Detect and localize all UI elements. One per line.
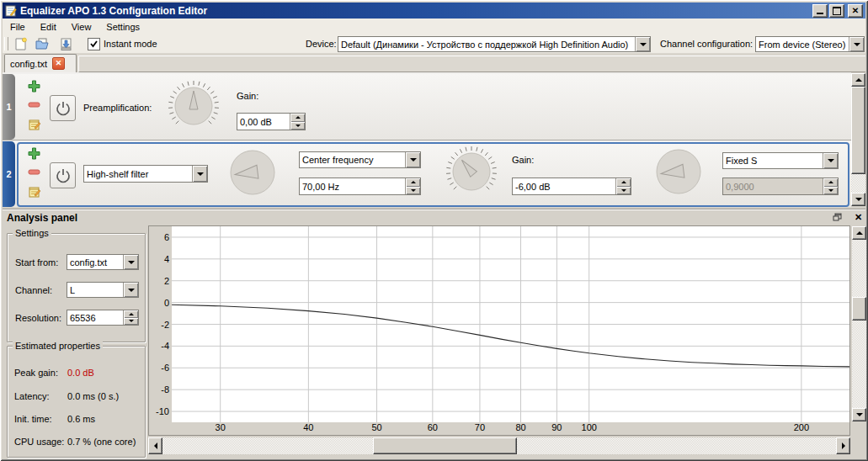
filter-type-value: High-shelf filter xyxy=(84,167,192,181)
scroll-down-button[interactable] xyxy=(852,408,866,421)
minimize-icon xyxy=(817,13,823,14)
filter-type-combobox[interactable]: High-shelf filter xyxy=(83,165,208,183)
new-file-button[interactable] xyxy=(11,35,29,52)
start-from-label: Start from: xyxy=(15,257,58,268)
scroll-up-button[interactable] xyxy=(851,73,865,87)
arrow-down-icon xyxy=(855,198,862,201)
arrow-up-icon xyxy=(411,181,416,183)
spin-up-button[interactable] xyxy=(616,178,631,187)
instant-mode-checkbox[interactable] xyxy=(88,38,100,50)
arrow-down-icon xyxy=(621,189,626,192)
float-panel-button[interactable] xyxy=(832,212,843,222)
preamp-gain-spinbox[interactable]: 0,00 dB xyxy=(237,113,306,130)
spin-up-button[interactable] xyxy=(290,114,305,122)
slope-mode-combobox[interactable]: Fixed S xyxy=(722,152,839,169)
tab-close-button[interactable]: ✕ xyxy=(52,57,65,70)
start-from-combobox[interactable]: config.txt xyxy=(67,254,139,270)
menu-edit[interactable]: Edit xyxy=(33,20,64,34)
power-toggle-button[interactable] xyxy=(50,162,76,188)
scrollbar-track[interactable] xyxy=(852,226,866,421)
spin-down-button[interactable] xyxy=(616,187,631,195)
remove-filter-icon[interactable] xyxy=(28,168,40,176)
channel-config-label: Channel configuration: xyxy=(660,39,753,49)
param-selector-dropdown-button[interactable] xyxy=(405,152,420,167)
scrollbar-thumb[interactable] xyxy=(373,437,517,454)
power-toggle-button[interactable] xyxy=(50,95,76,121)
remove-filter-icon[interactable] xyxy=(28,101,40,109)
y-tick-label: 6 xyxy=(149,232,169,242)
filter-type-dropdown-button[interactable] xyxy=(192,166,207,182)
channel-config-combobox[interactable]: From device (Stereo) xyxy=(755,36,865,52)
arrow-down-icon xyxy=(129,320,134,322)
edit-filter-icon[interactable] xyxy=(28,185,41,199)
toolbar-grip[interactable] xyxy=(4,37,8,50)
spin-up-button[interactable] xyxy=(406,178,420,187)
arrow-down-icon xyxy=(411,189,416,192)
channel-config-value: From device (Stereo) xyxy=(756,38,849,51)
title-bar[interactable]: Equalizer APO 1.3 Configuration Editor ✕ xyxy=(3,3,865,19)
graph-vertical-scrollbar[interactable] xyxy=(852,226,866,421)
menu-view[interactable]: View xyxy=(64,20,99,34)
plot-area xyxy=(172,226,849,422)
scroll-up-button[interactable] xyxy=(852,226,866,240)
arrow-up-icon xyxy=(296,116,301,119)
row-number-handle[interactable]: 2 xyxy=(3,141,15,207)
preamp-gain-knob[interactable] xyxy=(165,77,222,135)
open-folder-icon xyxy=(35,37,51,50)
y-tick-label: -8 xyxy=(149,384,169,395)
add-filter-icon[interactable] xyxy=(28,80,40,93)
frequency-spinbox[interactable]: 70,00 Hz xyxy=(299,178,421,195)
spin-down-button[interactable] xyxy=(290,122,305,130)
chevron-down-icon xyxy=(410,158,417,162)
frequency-knob[interactable] xyxy=(229,149,276,196)
maximize-button[interactable] xyxy=(829,4,844,18)
analysis-panel-title: Analysis panel xyxy=(7,212,77,224)
device-combobox[interactable]: Default (Динамики - Устройство с поддерж… xyxy=(338,36,651,52)
scroll-left-button[interactable] xyxy=(148,437,162,454)
save-file-button[interactable] xyxy=(56,35,75,52)
close-button[interactable]: ✕ xyxy=(848,4,863,18)
graph-horizontal-scrollbar[interactable] xyxy=(148,437,850,454)
menu-file[interactable]: File xyxy=(3,20,33,34)
start-from-dropdown-button[interactable] xyxy=(123,255,138,269)
scrollbar-thumb[interactable] xyxy=(851,87,865,174)
channel-dropdown-button[interactable] xyxy=(123,283,138,297)
minimize-button[interactable] xyxy=(812,4,828,18)
slope-value: 0,9000 xyxy=(723,180,823,193)
param-selector-combobox[interactable]: Center frequency xyxy=(299,151,421,168)
edit-filter-icon[interactable] xyxy=(28,118,41,131)
filter-vertical-scrollbar[interactable] xyxy=(851,73,865,206)
arrow-down-icon xyxy=(856,413,863,416)
slope-knob[interactable] xyxy=(655,148,702,195)
y-tick-label: -4 xyxy=(149,341,169,351)
add-filter-icon[interactable] xyxy=(28,147,40,160)
instant-mode-label[interactable]: Instant mode xyxy=(104,39,157,49)
spin-up-button[interactable] xyxy=(124,310,138,318)
menu-bar: File Edit View Settings xyxy=(3,19,865,35)
channel-config-dropdown-button[interactable] xyxy=(849,37,864,51)
shelf-gain-knob[interactable] xyxy=(443,143,500,200)
spin-down-button[interactable] xyxy=(124,318,138,326)
scroll-right-button[interactable] xyxy=(836,437,850,454)
open-file-button[interactable] xyxy=(34,35,52,52)
resolution-spinbox[interactable]: 65536 xyxy=(67,310,139,326)
row-number-handle[interactable]: 1 xyxy=(3,74,15,140)
latency-value: 0.0 ms (0 s.) xyxy=(67,391,119,401)
channel-combobox[interactable]: L xyxy=(67,282,139,298)
tab-label: config.txt xyxy=(10,59,47,69)
device-dropdown-button[interactable] xyxy=(635,37,650,51)
close-panel-button[interactable]: ✕ xyxy=(853,212,864,222)
shelf-gain-spinbox[interactable]: -6,00 dB xyxy=(512,178,631,195)
tab-config-txt[interactable]: config.txt ✕ xyxy=(4,54,77,72)
slope-mode-dropdown-button[interactable] xyxy=(823,153,838,168)
scroll-down-button[interactable] xyxy=(851,193,865,206)
close-icon: ✕ xyxy=(855,212,862,223)
save-icon xyxy=(59,37,73,51)
close-icon: ✕ xyxy=(852,7,859,15)
resolution-value: 65536 xyxy=(67,311,123,325)
arrow-up-icon xyxy=(621,181,626,183)
scrollbar-thumb[interactable] xyxy=(852,297,866,321)
menu-settings[interactable]: Settings xyxy=(99,20,147,34)
spin-down-button[interactable] xyxy=(406,187,420,195)
latency-label: Latency: xyxy=(14,391,50,401)
